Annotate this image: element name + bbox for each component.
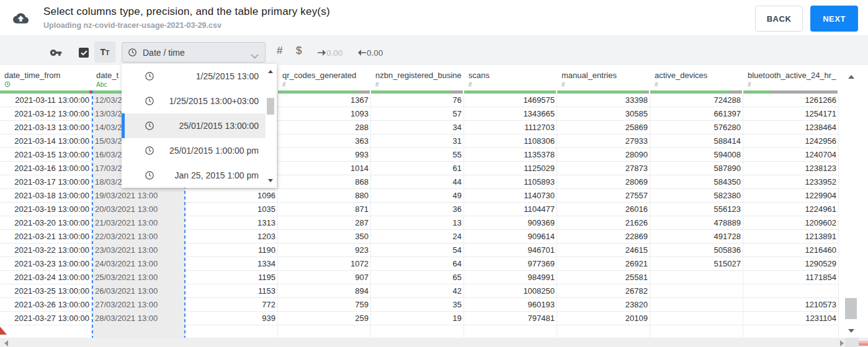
column-type-toolbar: TT Date / time # $ 0.00 0.00 (0, 35, 868, 65)
table-cell: 34 (371, 121, 464, 134)
table-cell: 287 (278, 216, 371, 230)
currency-type-button[interactable]: $ (296, 45, 302, 57)
clock-icon (145, 71, 154, 84)
table-cell: 491728 (650, 230, 743, 244)
table-cell: 1014 (278, 162, 371, 175)
dropdown-menu-item[interactable]: 1/25/2015 13:00 (122, 64, 266, 89)
dropdown-menu-item[interactable]: 1/25/2015 13:00+03:00 (122, 89, 266, 113)
decrease-decimal-button[interactable]: 0.00 (358, 48, 383, 58)
dropdown-menu-item[interactable]: Jan 25, 2015 1:00 pm (122, 163, 266, 188)
table-cell: 478889 (650, 216, 743, 230)
table-cell: 13 (371, 216, 464, 230)
table-cell: 55 (371, 148, 464, 162)
clock-icon (145, 146, 154, 158)
table-cell: 1096 (185, 189, 278, 203)
table-cell: 25869 (557, 121, 650, 134)
table-cell: 797481 (464, 312, 557, 325)
table-cell: 35 (371, 298, 464, 312)
table-cell: 26782 (557, 284, 650, 298)
column-header[interactable]: date_time_from (0, 65, 92, 90)
arrow-left-icon (358, 50, 366, 56)
increase-decimal-button[interactable]: 0.00 (318, 48, 342, 58)
dropdown-item-label: 1/25/2015 13:00+03:00 (169, 89, 259, 113)
table-cell: 2021-03-16 13:00:00 (0, 162, 92, 175)
column-header[interactable]: manual_entries# (557, 65, 650, 90)
table-cell: 977369 (464, 257, 557, 271)
horizontal-scrollbar[interactable] (0, 338, 868, 347)
vertical-scrollbar-thumb[interactable] (845, 298, 857, 319)
table-cell: 28090 (557, 148, 650, 162)
column-header[interactable]: active_devices# (650, 65, 743, 90)
scroll-right-button[interactable] (840, 340, 844, 346)
back-button[interactable]: BACK (755, 6, 803, 32)
column-type-indicator: # (375, 81, 379, 88)
table-cell: 1261266 (743, 94, 839, 107)
menu-scroll-up-button[interactable] (268, 70, 273, 73)
table-cell: 1195 (185, 271, 278, 284)
column-name: manual_entries (562, 71, 650, 80)
chevron-down-icon (251, 50, 259, 61)
table-cell: 2021-03-17 13:00:00 (0, 175, 92, 189)
table-cell: 1231104 (743, 312, 839, 325)
column-header[interactable]: bluetooth_active_24_hr_# (743, 65, 839, 90)
table-cell: 576280 (650, 121, 743, 134)
table-cell: 65 (371, 271, 464, 284)
table-cell: 894 (278, 284, 371, 298)
table-cell: 1334 (185, 257, 278, 271)
column-name: date_time_from (4, 71, 92, 80)
table-cell: 2021-03-14 13:00:00 (0, 134, 92, 148)
table-cell: 1238464 (743, 121, 839, 134)
table-cell: 1190 (185, 244, 278, 257)
table-cell: 1233952 (743, 175, 839, 189)
column-name: nzbn_registered_busine (375, 71, 464, 80)
table-cell: 772 (185, 298, 278, 312)
column-type-select[interactable]: Date / time (122, 42, 266, 63)
column-header[interactable]: scans# (464, 65, 557, 90)
primary-key-icon[interactable] (50, 46, 62, 61)
table-cell: 24 (371, 230, 464, 244)
table-cell: 2021-03-24 13:00:00 (0, 271, 92, 284)
column-type-indicator: # (282, 81, 286, 88)
scroll-up-button[interactable] (848, 75, 854, 79)
number-type-button[interactable]: # (277, 45, 282, 57)
table-cell: 24615 (557, 244, 650, 257)
clock-icon (145, 96, 154, 108)
table-cell: 2021-03-27 13:00:00 (0, 312, 92, 325)
table-cell: 22869 (557, 230, 650, 244)
table-cell: 24/03/2021 13:00 (92, 257, 185, 271)
table-cell: 2021-03-11 13:00:00 (0, 94, 92, 107)
dropdown-menu-item[interactable]: 25/01/2015 1:00:00 pm (122, 138, 266, 163)
table-cell: 1125029 (464, 162, 557, 175)
table-cell: 868 (278, 175, 371, 189)
scroll-left-button[interactable] (4, 340, 8, 346)
table-cell: 1140730 (464, 189, 557, 203)
horizontal-scrollbar-thumb[interactable] (859, 341, 868, 346)
column-name: scans (468, 71, 557, 80)
next-button[interactable]: NEXT (810, 6, 858, 32)
table-cell: 42 (371, 284, 464, 298)
menu-scroll-down-button[interactable] (268, 179, 273, 182)
scroll-down-button[interactable] (848, 329, 854, 333)
column-type-indicator: # (655, 81, 658, 88)
table-cell: 61 (371, 162, 464, 175)
table-cell: 1171854 (743, 271, 839, 284)
table-cell: 594008 (650, 148, 743, 162)
table-cell: 49 (371, 189, 464, 203)
table-cell: 984991 (464, 271, 557, 284)
include-column-checkbox[interactable] (79, 48, 89, 58)
table-cell: 1105893 (464, 175, 557, 189)
table-cell: 22/03/2021 13:00 (92, 230, 185, 244)
table-cell: 1135378 (464, 148, 557, 162)
table-cell: 556123 (650, 203, 743, 216)
dropdown-menu-item[interactable]: 25/01/2015 13:00:00 (122, 113, 266, 138)
menu-scrollbar-thumb[interactable] (267, 98, 274, 115)
table-cell: 1008250 (464, 284, 557, 298)
table-cell: 30585 (557, 107, 650, 121)
table-cell: 2021-03-26 13:00:00 (0, 298, 92, 312)
column-header[interactable]: nzbn_registered_busine# (371, 65, 464, 90)
text-type-button[interactable]: TT (94, 42, 115, 63)
column-header[interactable]: qr_codes_generated# (278, 65, 371, 90)
table-cell: 1203 (185, 230, 278, 244)
dropdown-item-label: Jan 25, 2015 1:00 pm (175, 163, 259, 188)
table-cell: 1343665 (464, 107, 557, 121)
